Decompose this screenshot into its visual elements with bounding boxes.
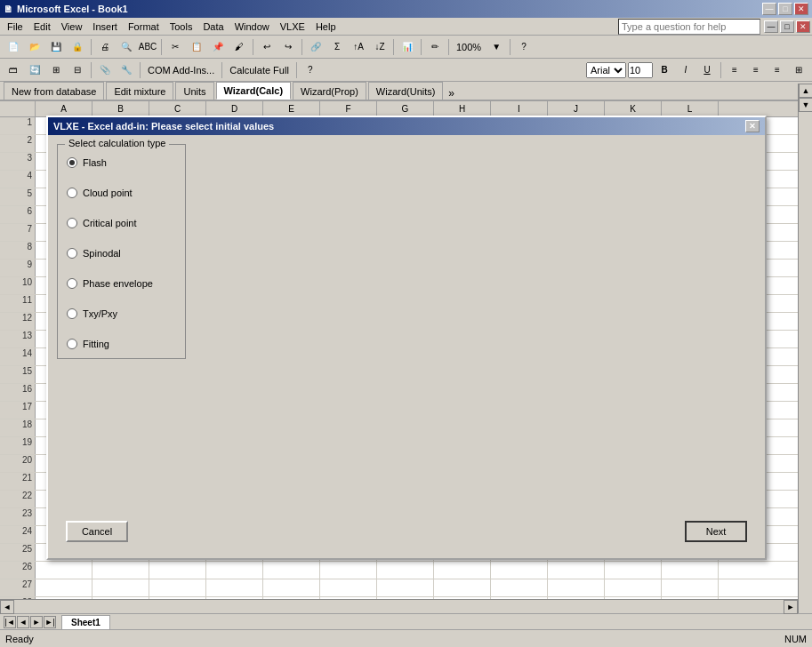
- spreadsheet-cell[interactable]: [377, 562, 434, 579]
- col-header-c[interactable]: C: [149, 101, 206, 116]
- font-name-select[interactable]: Arial: [586, 62, 626, 78]
- tab-wizard-calc[interactable]: Wizard(Calc): [216, 82, 292, 100]
- calculate-full-label[interactable]: Calculate Full: [226, 65, 293, 76]
- font-size-input[interactable]: [628, 62, 653, 78]
- permission-button[interactable]: 🔒: [68, 37, 87, 57]
- menu-window[interactable]: Window: [229, 20, 275, 34]
- menu-vlxe[interactable]: VLXE: [275, 20, 310, 34]
- paste-button[interactable]: 📌: [208, 37, 228, 57]
- radio-fitting-circle[interactable]: [67, 339, 77, 349]
- tb2-btn2[interactable]: 🔄: [25, 60, 44, 80]
- merge-cells-button[interactable]: ⊞: [789, 60, 808, 80]
- scroll-left-button[interactable]: ◄: [0, 600, 14, 614]
- spreadsheet-cell[interactable]: [605, 562, 662, 579]
- menu-help[interactable]: Help: [310, 20, 342, 34]
- spreadsheet-cell[interactable]: [662, 562, 719, 579]
- radio-txy-pxy[interactable]: Txy/Pxy: [67, 308, 176, 319]
- align-left-button[interactable]: ≡: [725, 60, 744, 80]
- cancel-button[interactable]: Cancel: [66, 521, 128, 542]
- sort-desc-button[interactable]: ↓Z: [370, 37, 390, 57]
- open-button[interactable]: 📂: [25, 37, 44, 57]
- sheet-tab-next-button[interactable]: ►: [30, 616, 43, 628]
- col-header-d[interactable]: D: [206, 101, 263, 116]
- dialog-close-button[interactable]: ✕: [745, 120, 760, 132]
- tab-wizard-units[interactable]: Wizard(Units): [368, 82, 444, 100]
- radio-phase-envelope[interactable]: Phase envelope: [67, 278, 176, 289]
- new-button[interactable]: 📄: [4, 37, 23, 57]
- sheet-tab-last-button[interactable]: ►|: [44, 616, 56, 628]
- tb2-btn4[interactable]: ⊟: [68, 60, 87, 80]
- menu-edit[interactable]: Edit: [28, 20, 56, 34]
- autosum-button[interactable]: Σ: [327, 37, 347, 57]
- sheet-tab-prev-button[interactable]: ◄: [17, 616, 29, 628]
- col-header-b[interactable]: B: [92, 101, 149, 116]
- spreadsheet-cell[interactable]: [206, 562, 263, 579]
- spreadsheet-cell[interactable]: [548, 562, 605, 579]
- maximize-button[interactable]: □: [778, 3, 792, 15]
- col-header-a[interactable]: A: [36, 101, 92, 116]
- radio-spinodal-circle[interactable]: [67, 248, 77, 259]
- radio-flash-circle[interactable]: [67, 157, 77, 168]
- radio-spinodal[interactable]: Spinodal: [67, 248, 176, 259]
- spreadsheet-cell[interactable]: [149, 579, 206, 596]
- spreadsheet-cell[interactable]: [149, 562, 206, 579]
- sort-asc-button[interactable]: ↑A: [349, 37, 368, 57]
- horizontal-scrollbar[interactable]: ◄ ►: [0, 599, 798, 613]
- col-header-k[interactable]: K: [605, 101, 662, 116]
- radio-flash[interactable]: Flash: [67, 157, 176, 168]
- tab-overflow-button[interactable]: »: [445, 87, 457, 100]
- tb2-btn5[interactable]: 📎: [95, 60, 115, 80]
- spreadsheet-cell[interactable]: [491, 562, 548, 579]
- print-button[interactable]: 🖨: [95, 37, 115, 57]
- tb2-btn1[interactable]: 🗃: [4, 60, 23, 80]
- tb2-btn7[interactable]: ?: [301, 60, 320, 80]
- sheet-tab-sheet1[interactable]: Sheet1: [61, 615, 110, 629]
- drawing-button[interactable]: ✏: [425, 37, 445, 57]
- radio-cloud-point-circle[interactable]: [67, 188, 77, 198]
- spreadsheet-cell[interactable]: [263, 562, 320, 579]
- col-header-e[interactable]: E: [263, 101, 320, 116]
- cut-button[interactable]: ✂: [165, 37, 185, 57]
- spell-check-button[interactable]: ABC: [138, 37, 157, 57]
- col-header-i[interactable]: I: [491, 101, 548, 116]
- chart-button[interactable]: 📊: [398, 37, 417, 57]
- spreadsheet-cell[interactable]: [548, 579, 605, 596]
- spreadsheet-cell[interactable]: [662, 579, 719, 596]
- app-minimize-button[interactable]: —: [764, 20, 778, 33]
- tab-edit-mixture[interactable]: Edit mixture: [106, 82, 173, 100]
- minimize-button[interactable]: —: [762, 3, 776, 15]
- spreadsheet-cell[interactable]: [206, 579, 263, 596]
- zoom-dropdown[interactable]: ▼: [486, 37, 506, 57]
- radio-txy-pxy-circle[interactable]: [67, 308, 77, 319]
- col-header-j[interactable]: J: [548, 101, 605, 116]
- bold-button[interactable]: B: [655, 60, 674, 80]
- col-header-l[interactable]: L: [662, 101, 719, 116]
- menu-file[interactable]: File: [2, 20, 28, 34]
- menu-view[interactable]: View: [56, 20, 88, 34]
- italic-button[interactable]: I: [676, 60, 695, 80]
- tab-wizard-prop[interactable]: Wizard(Prop): [293, 82, 366, 100]
- tab-new-from-database[interactable]: New from database: [4, 82, 104, 100]
- spreadsheet-cell[interactable]: [320, 579, 377, 596]
- sheet-tab-first-button[interactable]: |◄: [4, 616, 16, 628]
- menu-insert[interactable]: Insert: [87, 20, 123, 34]
- menu-format[interactable]: Format: [123, 20, 165, 34]
- tb2-btn3[interactable]: ⊞: [46, 60, 66, 80]
- hyperlink-button[interactable]: 🔗: [306, 37, 326, 57]
- close-button[interactable]: ✕: [794, 3, 808, 15]
- col-header-h[interactable]: H: [434, 101, 491, 116]
- align-center-button[interactable]: ≡: [746, 60, 766, 80]
- format-painter-button[interactable]: 🖌: [229, 37, 249, 57]
- menu-tools[interactable]: Tools: [165, 20, 198, 34]
- spreadsheet-cell[interactable]: [263, 579, 320, 596]
- radio-phase-envelope-circle[interactable]: [67, 278, 77, 289]
- save-button[interactable]: 💾: [46, 37, 66, 57]
- spreadsheet-cell[interactable]: [377, 579, 434, 596]
- scroll-down-button[interactable]: ▼: [799, 98, 812, 112]
- radio-fitting[interactable]: Fitting: [67, 339, 176, 349]
- spreadsheet-cell[interactable]: [434, 579, 491, 596]
- tab-units[interactable]: Units: [175, 82, 213, 100]
- align-right-button[interactable]: ≡: [768, 60, 787, 80]
- print-preview-button[interactable]: 🔍: [117, 37, 136, 57]
- spreadsheet-cell[interactable]: [36, 562, 92, 579]
